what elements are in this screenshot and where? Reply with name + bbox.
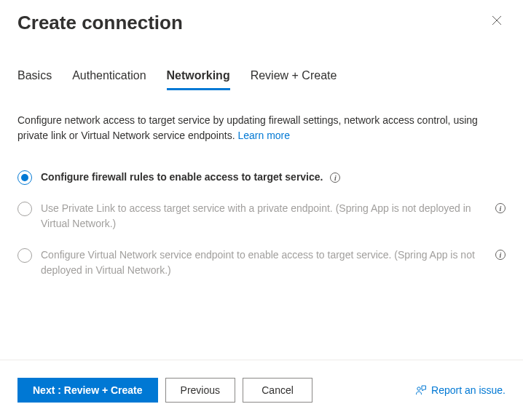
close-button[interactable] (488, 12, 506, 31)
svg-point-2 (417, 387, 420, 390)
option-private-link-label: Use Private Link to access target servic… (41, 201, 487, 231)
tab-networking[interactable]: Networking (167, 69, 230, 90)
previous-button[interactable]: Previous (165, 378, 235, 403)
info-icon[interactable]: i (495, 203, 506, 213)
footer: Next : Review + Create Previous Cancel R… (0, 360, 523, 420)
report-issue-text: Report an issue. (431, 384, 506, 396)
option-private-link: Use Private Link to access target servic… (17, 201, 506, 231)
tab-bar: Basics Authentication Networking Review … (0, 69, 523, 91)
tab-authentication[interactable]: Authentication (72, 69, 146, 90)
info-icon[interactable]: i (495, 250, 506, 260)
option-vnet-endpoint: Configure Virtual Network service endpoi… (17, 247, 506, 278)
networking-options: Configure firewall rules to enable acces… (17, 170, 506, 278)
learn-more-link[interactable]: Learn more (237, 130, 290, 141)
close-icon (491, 15, 503, 26)
option-vnet-endpoint-label: Configure Virtual Network service endpoi… (41, 247, 487, 278)
next-button[interactable]: Next : Review + Create (17, 378, 158, 403)
option-firewall-label: Configure firewall rules to enable acces… (41, 170, 506, 185)
info-icon[interactable]: i (330, 173, 340, 183)
report-issue-link[interactable]: Report an issue. (415, 384, 506, 396)
radio-vnet-endpoint (17, 248, 32, 263)
radio-firewall[interactable] (17, 170, 32, 185)
tab-review-create[interactable]: Review + Create (251, 69, 337, 90)
tab-basics[interactable]: Basics (17, 69, 52, 90)
person-feedback-icon (415, 384, 427, 396)
option-firewall-text: Configure firewall rules to enable acces… (41, 171, 323, 183)
cancel-button[interactable]: Cancel (243, 378, 312, 403)
radio-private-link (17, 202, 32, 216)
description-text: Configure network access to target servi… (17, 113, 506, 143)
page-title: Create connection (17, 12, 183, 34)
option-firewall: Configure firewall rules to enable acces… (17, 170, 506, 185)
